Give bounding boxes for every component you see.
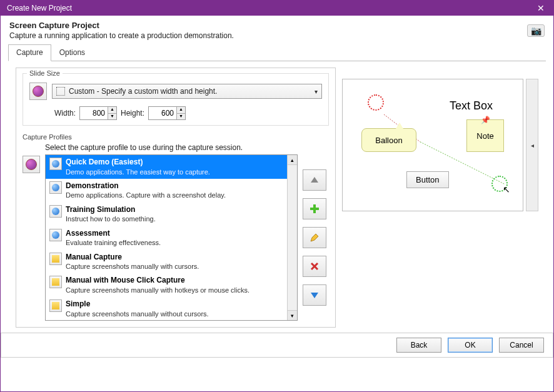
- svg-marker-6: [311, 293, 318, 298]
- slide-size-label: Slide Size: [27, 69, 63, 77]
- height-down[interactable]: ▼: [177, 114, 185, 120]
- listbox-scrollbar[interactable]: ▴ ▾: [287, 155, 297, 320]
- move-up-button[interactable]: [303, 169, 326, 191]
- height-input[interactable]: [149, 107, 176, 119]
- profile-item-icon: [49, 299, 62, 312]
- header-title: Screen Capture Project: [9, 21, 234, 30]
- profile-item-desc: Instruct how to do something.: [66, 214, 156, 223]
- scroll-up-icon[interactable]: ▴: [288, 155, 297, 165]
- profile-item[interactable]: DemonstrationDemo applications. Capture …: [46, 179, 287, 203]
- preview-textbox-label: Text Box: [450, 99, 493, 113]
- width-spinner[interactable]: ▲ ▼: [79, 106, 117, 120]
- camera-icon: 📷: [527, 24, 545, 37]
- profile-item-title: Manual Capture: [66, 253, 199, 263]
- preview-wrap: Text Box Balloon Note 📌 Button ↖ ◂: [342, 68, 538, 328]
- preview-target-start-icon: [368, 94, 384, 111]
- profile-item-title: Manual with Mouse Click Capture: [66, 276, 249, 286]
- profile-item-desc: Capture screenshots manually with hotkey…: [66, 286, 249, 294]
- profiles-icon: [23, 156, 40, 173]
- tab-options[interactable]: Options: [51, 44, 93, 61]
- add-button[interactable]: [303, 198, 326, 219]
- move-down-button[interactable]: [303, 284, 326, 306]
- profile-item-desc: Evaluate training effectiveness.: [66, 238, 161, 247]
- tab-capture[interactable]: Capture: [8, 44, 51, 61]
- profile-item-title: Training Simulation: [66, 205, 156, 215]
- profiles-hint: Select the capture profile to use during…: [45, 143, 298, 152]
- profile-item-desc: Capture screenshots manually without cur…: [66, 309, 209, 318]
- preview-collapse-toggle[interactable]: ◂: [526, 79, 538, 211]
- close-button[interactable]: ✕: [535, 3, 547, 13]
- profile-item-icon: [49, 205, 62, 218]
- back-button[interactable]: Back: [396, 338, 441, 353]
- profile-item-desc: Demo applications. The easiest way to ca…: [66, 168, 210, 176]
- profile-item-icon: [49, 276, 62, 288]
- height-up[interactable]: ▲: [177, 107, 185, 114]
- preview-panel: Text Box Balloon Note 📌 Button ↖: [342, 79, 523, 211]
- dialog-window: Create New Project ✕ Screen Capture Proj…: [0, 0, 554, 392]
- profile-item[interactable]: Manual with Mouse Click CaptureCapture s…: [46, 273, 287, 297]
- capture-profiles-group: Capture Profiles Select the capture prof…: [23, 133, 329, 321]
- profile-item-icon: [49, 229, 62, 241]
- profile-item-title: Assessment: [66, 229, 161, 239]
- width-up[interactable]: ▲: [108, 107, 116, 114]
- titlebar-title: Create New Project: [7, 4, 72, 13]
- header-description: Capture a running application to create …: [9, 31, 234, 40]
- svg-rect-2: [310, 208, 319, 210]
- project-type-icon: [29, 83, 47, 100]
- profile-item-desc: Demo applications. Capture with a screen…: [66, 191, 226, 199]
- footer: Back OK Cancel: [1, 333, 553, 358]
- cancel-button[interactable]: Cancel: [499, 338, 544, 353]
- preview-pin-icon: 📌: [481, 116, 490, 124]
- preview-button: Button: [406, 171, 449, 188]
- profile-item[interactable]: Training SimulationInstruct how to do so…: [46, 203, 287, 226]
- edit-button[interactable]: [303, 227, 326, 248]
- preview-balloon: Balloon: [361, 128, 416, 152]
- profile-item[interactable]: SimpleCapture screenshots manually witho…: [46, 297, 287, 320]
- width-down[interactable]: ▼: [108, 114, 116, 120]
- profile-item[interactable]: Manual CaptureCapture screenshots manual…: [46, 250, 287, 274]
- height-spinner[interactable]: ▲ ▼: [148, 106, 186, 120]
- tabs-wrap: CaptureOptions Slide Size Custom - Speci…: [1, 44, 553, 333]
- profile-item-icon: [49, 181, 62, 194]
- profiles-listbox[interactable]: Quick Demo (Easiest)Demo applications. T…: [45, 154, 298, 321]
- delete-button[interactable]: [303, 256, 326, 277]
- titlebar: Create New Project ✕: [1, 1, 553, 16]
- profile-item-title: Quick Demo (Easiest): [66, 158, 210, 168]
- profile-item-icon: [49, 253, 62, 265]
- slide-size-combo[interactable]: Custom - Specify a custom width and heig…: [52, 84, 322, 99]
- header: Screen Capture Project Capture a running…: [1, 16, 553, 44]
- preview-cursor-icon: ↖: [503, 184, 510, 194]
- chevron-left-icon: ◂: [531, 142, 534, 149]
- profile-item-title: Simple: [66, 299, 209, 309]
- tab-bar: CaptureOptions: [8, 44, 546, 61]
- scroll-down-icon[interactable]: ▾: [288, 310, 297, 320]
- slide-size-group: Slide Size Custom - Specify a custom wid…: [23, 73, 329, 126]
- left-panel: Slide Size Custom - Specify a custom wid…: [16, 68, 336, 328]
- width-label: Width:: [54, 109, 76, 118]
- crop-marks-icon: [56, 87, 65, 96]
- capture-profiles-label: Capture Profiles: [23, 133, 329, 141]
- profile-item[interactable]: Quick Demo (Easiest)Demo applications. T…: [46, 155, 287, 179]
- width-input[interactable]: [80, 107, 108, 119]
- profile-item-desc: Capture screenshots manually with cursor…: [66, 262, 199, 271]
- height-label: Height:: [121, 109, 144, 118]
- slide-size-combo-text: Custom - Specify a custom width and heig…: [69, 87, 315, 96]
- chevron-down-icon: ▾: [315, 88, 318, 95]
- profile-item-icon: [49, 158, 62, 170]
- profile-item-title: Demonstration: [66, 181, 226, 191]
- profile-item[interactable]: AssessmentEvaluate training effectivenes…: [46, 226, 287, 250]
- svg-marker-3: [311, 234, 318, 241]
- svg-marker-0: [311, 177, 318, 183]
- ok-button[interactable]: OK: [448, 338, 493, 353]
- tab-content: Slide Size Custom - Specify a custom wid…: [8, 61, 546, 333]
